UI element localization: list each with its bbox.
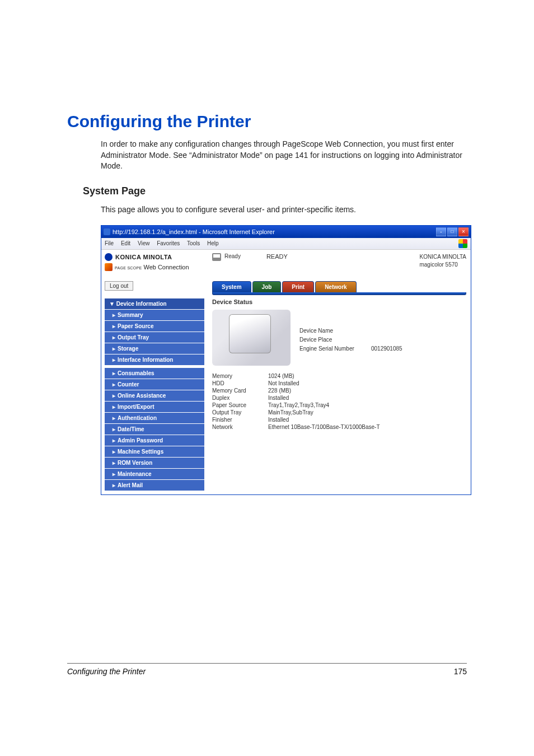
menu-file[interactable]: File: [105, 240, 114, 246]
main-content: Ready READY KONICA MINOLTA magicolor 557…: [208, 250, 471, 494]
sidebar-item-label: Interface Information: [118, 357, 173, 363]
sidebar-item-summary[interactable]: ▸Summary: [105, 310, 204, 321]
sidebar-item-interface-information[interactable]: ▸Interface Information: [105, 354, 204, 366]
panel-title-device-status: Device Status: [212, 298, 466, 305]
window-title: http://192.168.1.2/a_index.html - Micros…: [113, 228, 275, 235]
sidebar-item-label: Online Assistance: [118, 393, 166, 399]
sidebar-item-authentication[interactable]: ▸Authentication: [105, 413, 204, 424]
menu-tools[interactable]: Tools: [187, 240, 200, 246]
chevron-right-icon: ▸: [113, 449, 115, 455]
chevron-right-icon: ▸: [113, 323, 115, 329]
spec-row: Output TrayMainTray,SubTray: [212, 409, 466, 416]
product-maker: KONICA MINOLTA: [419, 253, 466, 261]
section-heading-system-page: System Page: [83, 185, 467, 197]
chevron-right-icon: ▸: [113, 415, 115, 421]
sidebar-item-import-export[interactable]: ▸Import/Export: [105, 402, 204, 413]
printer-icon: [212, 253, 221, 261]
device-place-label: Device Place: [299, 335, 367, 344]
sidebar-item-label: Date/Time: [118, 426, 144, 432]
close-button[interactable]: ×: [458, 227, 469, 236]
chevron-right-icon: ▸: [113, 482, 115, 488]
sidebar-item-label: Summary: [118, 312, 143, 318]
window-titlebar: http://192.168.1.2/a_index.html - Micros…: [101, 226, 471, 238]
chevron-right-icon: ▸: [113, 312, 115, 318]
intro-paragraph: In order to make any configuration chang…: [101, 139, 467, 172]
spec-key: Finisher: [212, 417, 268, 423]
chevron-right-icon: ▸: [113, 460, 115, 466]
chevron-right-icon: ▸: [113, 437, 115, 444]
menu-favorites[interactable]: Favorites: [157, 240, 180, 246]
chevron-right-icon: ▸: [113, 334, 115, 340]
tab-print[interactable]: Print: [282, 281, 314, 292]
spec-key: Memory: [212, 373, 268, 379]
spec-key: Output Tray: [212, 409, 268, 416]
chevron-right-icon: ▸: [113, 471, 115, 477]
sidebar-item-consumables[interactable]: ▸Consumables: [105, 368, 204, 379]
maximize-button[interactable]: □: [447, 227, 457, 236]
spec-row: DuplexInstalled: [212, 394, 466, 402]
sidebar-item-machine-settings[interactable]: ▸Machine Settings: [105, 446, 204, 458]
spec-value: 1024 (MB): [268, 373, 466, 379]
windows-flag-icon: [458, 239, 467, 248]
menu-help[interactable]: Help: [207, 240, 219, 246]
chevron-right-icon: ▸: [113, 381, 115, 388]
spec-key: Network: [212, 424, 268, 430]
sidebar-item-output-tray[interactable]: ▸Output Tray: [105, 332, 204, 343]
sidebar-item-label: Alert Mail: [118, 482, 143, 488]
chevron-right-icon: ▸: [113, 393, 115, 399]
spec-row: HDDNot Installed: [212, 380, 466, 387]
tab-bar: System Job Print Network: [212, 281, 466, 292]
sidebar-item-alert-mail[interactable]: ▸Alert Mail: [105, 480, 204, 491]
sidebar-item-date-time[interactable]: ▸Date/Time: [105, 424, 204, 435]
page-title: Configuring the Printer: [67, 112, 467, 131]
sidebar-item-online-assistance[interactable]: ▸Online Assistance: [105, 390, 204, 402]
tab-underline: [212, 292, 466, 295]
spec-value: Tray1,Tray2,Tray3,Tray4: [268, 402, 466, 408]
pagescope-label: PAGE SCOPE Web Connection: [115, 264, 189, 270]
pagescope-icon: [105, 263, 113, 271]
device-serial-value: 0012901085: [371, 344, 402, 353]
logout-button[interactable]: Log out: [105, 281, 133, 291]
spec-row: Memory Card228 (MB): [212, 387, 466, 394]
spec-value: Ethernet 10Base-T/100Base-TX/1000Base-T: [268, 424, 466, 430]
tab-network[interactable]: Network: [315, 281, 356, 292]
sidebar-item-label: Import/Export: [118, 404, 154, 410]
spec-key: Memory Card: [212, 388, 268, 394]
chevron-right-icon: ▸: [113, 370, 115, 376]
spec-key: Duplex: [212, 395, 268, 401]
footer-text: Configuring the Printer: [67, 667, 146, 676]
nav-group-device-information[interactable]: ▼ Device Information: [105, 298, 204, 310]
spec-value: Installed: [268, 417, 466, 423]
menu-bar: File Edit View Favorites Tools Help: [101, 238, 471, 250]
chevron-right-icon: ▸: [113, 346, 115, 352]
sidebar-item-counter[interactable]: ▸Counter: [105, 379, 204, 390]
device-labels: Device Name Device Place Engine Serial N…: [299, 310, 402, 366]
minimize-button[interactable]: ‐: [436, 227, 446, 236]
status-ready-small: Ready: [224, 253, 241, 259]
spec-key: HDD: [212, 380, 268, 386]
sidebar-item-storage[interactable]: ▸Storage: [105, 343, 204, 354]
sidebar-item-label: Admin Password: [118, 437, 163, 444]
sidebar-item-paper-source[interactable]: ▸Paper Source: [105, 321, 204, 332]
sidebar-item-rom-version[interactable]: ▸ROM Version: [105, 458, 204, 469]
konica-logo-icon: [105, 253, 113, 261]
status-ready-big: READY: [266, 253, 288, 260]
spec-value: Installed: [268, 395, 466, 401]
menu-view[interactable]: View: [138, 240, 150, 246]
chevron-right-icon: ▸: [113, 404, 115, 410]
tab-job[interactable]: Job: [252, 281, 282, 292]
sidebar-item-label: Maintenance: [118, 471, 152, 477]
browser-window: http://192.168.1.2/a_index.html - Micros…: [101, 225, 471, 495]
spec-table: Memory1024 (MB)HDDNot InstalledMemory Ca…: [212, 372, 466, 431]
sidebar-item-maintenance[interactable]: ▸Maintenance: [105, 469, 204, 480]
sidebar-item-admin-password[interactable]: ▸Admin Password: [105, 435, 204, 446]
brand-name: KONICA MINOLTA: [115, 254, 172, 260]
sidebar-item-label: Counter: [118, 381, 139, 388]
tab-system[interactable]: System: [212, 281, 251, 292]
menu-edit[interactable]: Edit: [121, 240, 130, 246]
spec-row: NetworkEthernet 10Base-T/100Base-TX/1000…: [212, 423, 466, 431]
device-serial-label: Engine Serial Number: [299, 344, 367, 353]
page-footer: Configuring the Printer 175: [67, 663, 467, 676]
device-image: [212, 310, 291, 366]
spec-value: Not Installed: [268, 380, 466, 386]
